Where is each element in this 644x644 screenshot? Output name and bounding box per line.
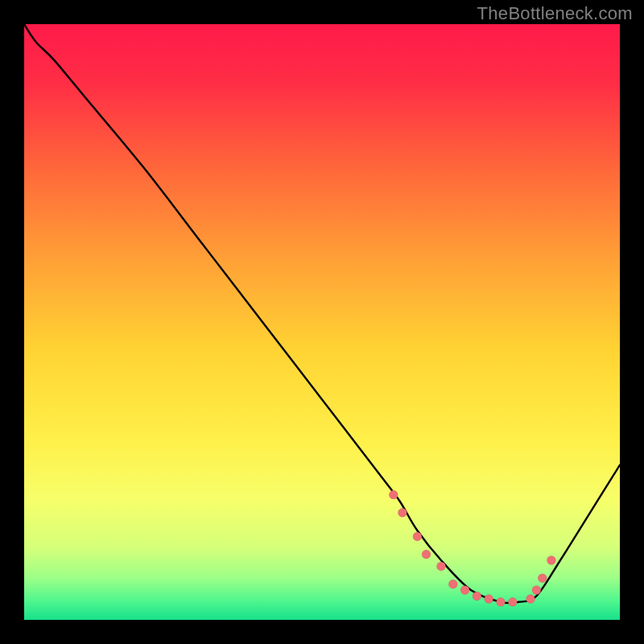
marker-point bbox=[532, 586, 541, 595]
marker-point bbox=[448, 580, 457, 588]
chart-frame: TheBottleneck.com bbox=[0, 0, 644, 644]
marker-point bbox=[437, 562, 446, 571]
marker-point bbox=[422, 550, 431, 559]
marker-point bbox=[485, 595, 493, 604]
marker-point bbox=[413, 532, 422, 541]
plot-area bbox=[24, 24, 620, 620]
marker-point bbox=[497, 597, 506, 606]
marker-point bbox=[508, 597, 517, 606]
marker-point bbox=[473, 592, 481, 601]
marker-point bbox=[460, 586, 469, 595]
watermark-label: TheBottleneck.com bbox=[477, 3, 633, 24]
gradient-background bbox=[24, 24, 620, 620]
marker-point bbox=[538, 574, 547, 583]
marker-point bbox=[398, 508, 407, 517]
marker-point bbox=[389, 490, 398, 499]
marker-point bbox=[547, 556, 555, 565]
bottleneck-chart bbox=[24, 24, 620, 620]
marker-point bbox=[526, 595, 535, 604]
